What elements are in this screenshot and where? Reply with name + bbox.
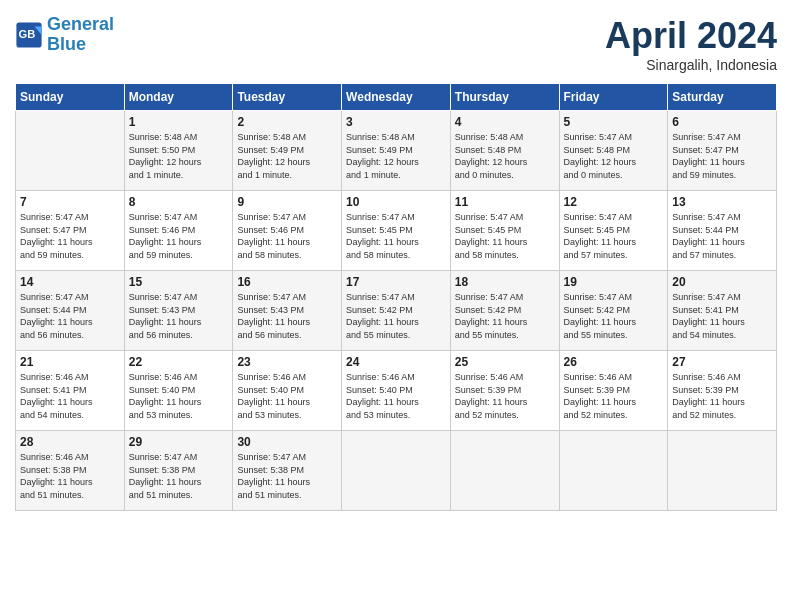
day-number: 16 [237, 275, 337, 289]
calendar-cell: 21Sunrise: 5:46 AMSunset: 5:41 PMDayligh… [16, 351, 125, 431]
weekday-header: Monday [124, 84, 233, 111]
calendar-cell [342, 431, 451, 511]
day-info: Sunrise: 5:47 AMSunset: 5:47 PMDaylight:… [20, 211, 120, 261]
day-info: Sunrise: 5:47 AMSunset: 5:45 PMDaylight:… [346, 211, 446, 261]
weekday-header: Friday [559, 84, 668, 111]
logo-text: General Blue [47, 15, 114, 55]
day-number: 19 [564, 275, 664, 289]
calendar-cell: 1Sunrise: 5:48 AMSunset: 5:50 PMDaylight… [124, 111, 233, 191]
day-info: Sunrise: 5:47 AMSunset: 5:44 PMDaylight:… [672, 211, 772, 261]
logo-general: General [47, 14, 114, 34]
calendar-body: 1Sunrise: 5:48 AMSunset: 5:50 PMDaylight… [16, 111, 777, 511]
day-info: Sunrise: 5:46 AMSunset: 5:39 PMDaylight:… [564, 371, 664, 421]
day-info: Sunrise: 5:46 AMSunset: 5:38 PMDaylight:… [20, 451, 120, 501]
day-number: 11 [455, 195, 555, 209]
calendar-cell: 5Sunrise: 5:47 AMSunset: 5:48 PMDaylight… [559, 111, 668, 191]
title-block: April 2024 Sinargalih, Indonesia [605, 15, 777, 73]
weekday-header: Wednesday [342, 84, 451, 111]
day-number: 3 [346, 115, 446, 129]
calendar-week-row: 21Sunrise: 5:46 AMSunset: 5:41 PMDayligh… [16, 351, 777, 431]
day-info: Sunrise: 5:47 AMSunset: 5:46 PMDaylight:… [237, 211, 337, 261]
weekday-header: Tuesday [233, 84, 342, 111]
day-info: Sunrise: 5:47 AMSunset: 5:42 PMDaylight:… [564, 291, 664, 341]
day-number: 27 [672, 355, 772, 369]
calendar-cell: 28Sunrise: 5:46 AMSunset: 5:38 PMDayligh… [16, 431, 125, 511]
calendar-cell [450, 431, 559, 511]
calendar-cell: 24Sunrise: 5:46 AMSunset: 5:40 PMDayligh… [342, 351, 451, 431]
calendar-cell: 2Sunrise: 5:48 AMSunset: 5:49 PMDaylight… [233, 111, 342, 191]
calendar-week-row: 1Sunrise: 5:48 AMSunset: 5:50 PMDaylight… [16, 111, 777, 191]
day-number: 8 [129, 195, 229, 209]
day-number: 2 [237, 115, 337, 129]
day-number: 22 [129, 355, 229, 369]
day-number: 18 [455, 275, 555, 289]
calendar-table: SundayMondayTuesdayWednesdayThursdayFrid… [15, 83, 777, 511]
calendar-cell: 4Sunrise: 5:48 AMSunset: 5:48 PMDaylight… [450, 111, 559, 191]
day-info: Sunrise: 5:47 AMSunset: 5:43 PMDaylight:… [129, 291, 229, 341]
day-info: Sunrise: 5:48 AMSunset: 5:50 PMDaylight:… [129, 131, 229, 181]
day-info: Sunrise: 5:47 AMSunset: 5:47 PMDaylight:… [672, 131, 772, 181]
day-number: 15 [129, 275, 229, 289]
calendar-cell: 16Sunrise: 5:47 AMSunset: 5:43 PMDayligh… [233, 271, 342, 351]
day-info: Sunrise: 5:48 AMSunset: 5:48 PMDaylight:… [455, 131, 555, 181]
day-info: Sunrise: 5:46 AMSunset: 5:40 PMDaylight:… [129, 371, 229, 421]
day-info: Sunrise: 5:47 AMSunset: 5:48 PMDaylight:… [564, 131, 664, 181]
day-info: Sunrise: 5:47 AMSunset: 5:41 PMDaylight:… [672, 291, 772, 341]
month-title: April 2024 [605, 15, 777, 57]
day-number: 5 [564, 115, 664, 129]
day-info: Sunrise: 5:47 AMSunset: 5:38 PMDaylight:… [129, 451, 229, 501]
calendar-cell: 10Sunrise: 5:47 AMSunset: 5:45 PMDayligh… [342, 191, 451, 271]
day-number: 24 [346, 355, 446, 369]
calendar-cell: 30Sunrise: 5:47 AMSunset: 5:38 PMDayligh… [233, 431, 342, 511]
calendar-cell: 6Sunrise: 5:47 AMSunset: 5:47 PMDaylight… [668, 111, 777, 191]
day-number: 6 [672, 115, 772, 129]
day-info: Sunrise: 5:48 AMSunset: 5:49 PMDaylight:… [237, 131, 337, 181]
day-number: 4 [455, 115, 555, 129]
day-number: 21 [20, 355, 120, 369]
day-info: Sunrise: 5:47 AMSunset: 5:42 PMDaylight:… [346, 291, 446, 341]
calendar-cell [559, 431, 668, 511]
weekday-header: Sunday [16, 84, 125, 111]
day-number: 25 [455, 355, 555, 369]
day-info: Sunrise: 5:46 AMSunset: 5:39 PMDaylight:… [455, 371, 555, 421]
calendar-cell: 25Sunrise: 5:46 AMSunset: 5:39 PMDayligh… [450, 351, 559, 431]
day-number: 17 [346, 275, 446, 289]
day-number: 30 [237, 435, 337, 449]
calendar-cell: 26Sunrise: 5:46 AMSunset: 5:39 PMDayligh… [559, 351, 668, 431]
location-subtitle: Sinargalih, Indonesia [605, 57, 777, 73]
weekday-header: Thursday [450, 84, 559, 111]
calendar-cell: 29Sunrise: 5:47 AMSunset: 5:38 PMDayligh… [124, 431, 233, 511]
day-info: Sunrise: 5:47 AMSunset: 5:43 PMDaylight:… [237, 291, 337, 341]
logo: GB General Blue [15, 15, 114, 55]
day-info: Sunrise: 5:46 AMSunset: 5:40 PMDaylight:… [237, 371, 337, 421]
page-header: GB General Blue April 2024 Sinargalih, I… [15, 15, 777, 73]
day-number: 9 [237, 195, 337, 209]
calendar-cell: 8Sunrise: 5:47 AMSunset: 5:46 PMDaylight… [124, 191, 233, 271]
day-number: 10 [346, 195, 446, 209]
calendar-cell: 19Sunrise: 5:47 AMSunset: 5:42 PMDayligh… [559, 271, 668, 351]
calendar-cell: 15Sunrise: 5:47 AMSunset: 5:43 PMDayligh… [124, 271, 233, 351]
calendar-cell: 12Sunrise: 5:47 AMSunset: 5:45 PMDayligh… [559, 191, 668, 271]
day-info: Sunrise: 5:47 AMSunset: 5:45 PMDaylight:… [564, 211, 664, 261]
day-number: 7 [20, 195, 120, 209]
calendar-cell: 17Sunrise: 5:47 AMSunset: 5:42 PMDayligh… [342, 271, 451, 351]
calendar-cell: 20Sunrise: 5:47 AMSunset: 5:41 PMDayligh… [668, 271, 777, 351]
day-number: 1 [129, 115, 229, 129]
svg-text:GB: GB [19, 28, 36, 40]
day-number: 13 [672, 195, 772, 209]
calendar-week-row: 14Sunrise: 5:47 AMSunset: 5:44 PMDayligh… [16, 271, 777, 351]
calendar-cell: 14Sunrise: 5:47 AMSunset: 5:44 PMDayligh… [16, 271, 125, 351]
day-info: Sunrise: 5:46 AMSunset: 5:39 PMDaylight:… [672, 371, 772, 421]
calendar-week-row: 7Sunrise: 5:47 AMSunset: 5:47 PMDaylight… [16, 191, 777, 271]
logo-blue: Blue [47, 35, 114, 55]
calendar-cell: 7Sunrise: 5:47 AMSunset: 5:47 PMDaylight… [16, 191, 125, 271]
day-info: Sunrise: 5:46 AMSunset: 5:41 PMDaylight:… [20, 371, 120, 421]
day-info: Sunrise: 5:47 AMSunset: 5:45 PMDaylight:… [455, 211, 555, 261]
calendar-cell: 3Sunrise: 5:48 AMSunset: 5:49 PMDaylight… [342, 111, 451, 191]
logo-icon: GB [15, 21, 43, 49]
day-number: 29 [129, 435, 229, 449]
day-number: 14 [20, 275, 120, 289]
day-number: 20 [672, 275, 772, 289]
weekday-header: Saturday [668, 84, 777, 111]
calendar-cell [16, 111, 125, 191]
